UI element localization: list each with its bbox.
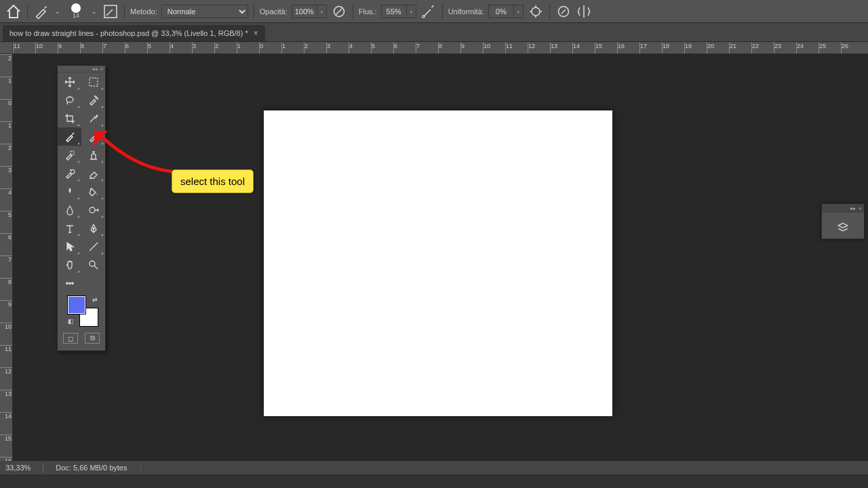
close-icon[interactable]: × bbox=[100, 66, 103, 71]
lasso-tool[interactable] bbox=[58, 91, 81, 109]
svg-point-3 bbox=[532, 7, 540, 16]
pencil-tool[interactable] bbox=[81, 127, 105, 146]
foreground-color-swatch[interactable] bbox=[68, 296, 85, 314]
color-swatches: ⇄ ◧ bbox=[68, 296, 98, 326]
document-tab-title: how to draw straight lines - photoshop.p… bbox=[9, 29, 248, 37]
quick-mask-toggle[interactable]: ◻ bbox=[63, 333, 78, 344]
status-bar: 33,33% Doc: 5,66 MB/0 bytes 〉 bbox=[0, 461, 868, 474]
edit-toolbar[interactable] bbox=[58, 274, 81, 292]
crop-tool[interactable] bbox=[58, 109, 81, 127]
gradient-tool[interactable] bbox=[58, 182, 81, 201]
blur-tool[interactable] bbox=[58, 201, 81, 219]
quick-selection-tool[interactable] bbox=[81, 91, 105, 109]
home-button[interactable] bbox=[5, 3, 22, 20]
svg-rect-5 bbox=[90, 78, 98, 86]
screen-mode-row: ◻ ⧉ bbox=[60, 330, 102, 348]
tools-panel-header[interactable]: ◂◂× bbox=[58, 66, 105, 73]
chevron-down-icon[interactable]: ⌄ bbox=[513, 5, 523, 18]
brush-size-value: 14 bbox=[73, 12, 79, 19]
airbrush-toggle[interactable] bbox=[420, 3, 437, 20]
clone-stamp-tool[interactable] bbox=[81, 146, 105, 164]
zoom-tool[interactable] bbox=[81, 256, 105, 274]
color-swatches-area: ⇄ ◧ ◻ ⧉ bbox=[58, 292, 105, 350]
separator bbox=[124, 4, 125, 19]
svg-point-12 bbox=[93, 228, 94, 229]
layers-panel-icon[interactable] bbox=[822, 216, 864, 239]
collapse-icon[interactable]: ◂◂ bbox=[92, 66, 98, 72]
chevron-down-icon[interactable]: ⌄ bbox=[406, 5, 416, 18]
flow-input[interactable]: ⌄ bbox=[381, 5, 416, 18]
shape-tool[interactable] bbox=[81, 237, 105, 256]
document-canvas[interactable] bbox=[264, 110, 612, 416]
svg-point-7 bbox=[96, 97, 97, 98]
close-icon[interactable]: × bbox=[254, 28, 258, 38]
type-tool[interactable] bbox=[58, 219, 81, 237]
opacity-pressure-toggle[interactable] bbox=[331, 3, 347, 20]
separator bbox=[549, 4, 550, 19]
chevron-down-icon[interactable]: ⌄ bbox=[54, 8, 62, 15]
paint-bucket-tool[interactable] bbox=[81, 182, 105, 201]
separator bbox=[43, 463, 43, 472]
zoom-level[interactable]: 33,33% bbox=[5, 464, 31, 472]
swap-colors-icon[interactable]: ⇄ bbox=[92, 296, 98, 303]
hand-tool[interactable] bbox=[58, 256, 81, 274]
chevron-right-icon[interactable]: 〉 bbox=[139, 463, 146, 472]
svg-point-8 bbox=[97, 98, 98, 99]
svg-point-14 bbox=[66, 282, 67, 283]
svg-point-11 bbox=[90, 207, 95, 213]
default-colors-icon[interactable]: ◧ bbox=[68, 318, 74, 325]
opacity-label: Opacità: bbox=[260, 7, 288, 16]
blend-mode-label: Metodo: bbox=[130, 7, 157, 16]
eraser-tool[interactable] bbox=[81, 164, 105, 182]
tool-grid bbox=[58, 73, 105, 292]
smoothing-options[interactable] bbox=[528, 3, 544, 20]
marquee-tool[interactable] bbox=[81, 73, 105, 91]
expand-icon[interactable]: ▸▸ bbox=[850, 205, 856, 211]
doc-info[interactable]: Doc: 5,66 MB/0 bytes bbox=[56, 464, 127, 472]
vertical-ruler[interactable]: 210123456789101112131415161718 bbox=[0, 54, 13, 461]
brush-settings-toggle[interactable] bbox=[102, 3, 119, 20]
smoothing-label: Uniformità: bbox=[448, 7, 484, 16]
ruler-origin[interactable] bbox=[0, 42, 13, 54]
separator bbox=[353, 4, 353, 19]
opacity-input[interactable]: ⌄ bbox=[292, 5, 327, 18]
brush-tool[interactable] bbox=[58, 127, 81, 146]
horizontal-ruler[interactable]: 1110987654321012345678910111213141516171… bbox=[13, 42, 868, 54]
tool-preset-picker[interactable] bbox=[33, 3, 50, 20]
chevron-down-icon[interactable]: ⌄ bbox=[317, 5, 326, 18]
flow-label: Flus.: bbox=[359, 7, 377, 16]
dodge-tool[interactable] bbox=[81, 201, 105, 219]
blend-mode-select[interactable]: Normale bbox=[161, 5, 248, 18]
close-icon[interactable]: × bbox=[859, 205, 862, 211]
healing-brush-tool[interactable] bbox=[58, 146, 81, 164]
svg-point-15 bbox=[68, 282, 70, 283]
brush-options-bar: ⌄ 14 ⌄ Metodo: Normale Opacità: ⌄ Flus.:… bbox=[0, 0, 868, 23]
size-pressure-toggle[interactable] bbox=[555, 3, 572, 20]
separator bbox=[442, 4, 443, 19]
canvas-viewport[interactable]: ◂◂× bbox=[13, 54, 868, 461]
symmetry-options[interactable] bbox=[576, 3, 592, 20]
right-panel-header[interactable]: ▸▸× bbox=[822, 204, 864, 213]
annotation-callout: select this tool bbox=[172, 169, 254, 193]
chevron-down-icon[interactable]: ⌄ bbox=[90, 8, 98, 15]
separator bbox=[254, 4, 254, 19]
move-tool[interactable] bbox=[58, 73, 81, 91]
separator bbox=[27, 4, 28, 19]
svg-point-16 bbox=[71, 282, 73, 283]
right-panel-collapsed[interactable]: ▸▸× bbox=[821, 203, 865, 239]
tools-panel[interactable]: ◂◂× bbox=[57, 65, 106, 351]
svg-point-13 bbox=[90, 261, 95, 266]
annotation-arrow bbox=[94, 131, 176, 178]
smoothing-input[interactable]: ⌄ bbox=[488, 5, 524, 18]
brush-preset-picker[interactable]: 14 bbox=[66, 3, 86, 19]
svg-point-2 bbox=[422, 16, 425, 18]
workspace: 1110987654321012345678910111213141516171… bbox=[0, 42, 868, 474]
path-selection-tool[interactable] bbox=[58, 237, 81, 256]
document-tab-bar: how to draw straight lines - photoshop.p… bbox=[0, 23, 868, 42]
svg-rect-10 bbox=[71, 151, 74, 155]
history-brush-tool[interactable] bbox=[58, 164, 81, 182]
pen-tool[interactable] bbox=[81, 219, 105, 237]
eyedropper-tool[interactable] bbox=[81, 109, 105, 127]
screen-mode-toggle[interactable]: ⧉ bbox=[85, 333, 100, 344]
document-tab[interactable]: how to draw straight lines - photoshop.p… bbox=[3, 25, 265, 41]
